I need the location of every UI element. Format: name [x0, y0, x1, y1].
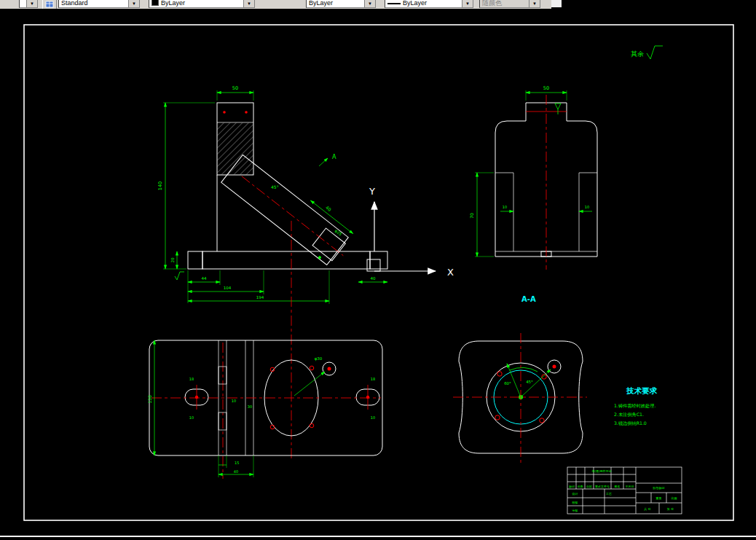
- titleblock-label: 标记: [569, 485, 575, 489]
- model-space-canvas[interactable]: 其余 40 φ25 A 45° 50: [0, 9, 756, 540]
- dim-label: 20: [170, 257, 175, 262]
- titleblock-label: 设计: [572, 492, 578, 496]
- roughness-symbol-icon: [647, 46, 663, 59]
- dim-label: 40: [371, 276, 376, 281]
- chevron-down-icon[interactable]: ▼: [462, 0, 473, 7]
- plan-view: φ30 130 18 10 10 30 18 10 15 40: [147, 340, 382, 477]
- dim-label: 18: [371, 377, 375, 381]
- dim-label: 30: [248, 404, 252, 409]
- paper-frame: [0, 25, 756, 536]
- titleblock-label: 第 张: [667, 507, 674, 511]
- titleblock-label: 借(通)用件登记: [591, 469, 611, 473]
- section-view: 45° 60°: [453, 333, 587, 463]
- drawing-svg[interactable]: 其余 40 φ25 A 45° 50: [0, 9, 756, 540]
- dim-label: 10: [503, 205, 507, 209]
- axis-y-label: Y: [369, 186, 375, 197]
- layer-state-combo[interactable]: ▼: [19, 0, 38, 8]
- titleblock-label: 年月日: [626, 485, 634, 488]
- technical-requirements: 技术要求 1.铸件需经时效处理. 2.未注倒角C1. 3.锐边倒钝R1.0: [614, 386, 658, 426]
- chevron-down-icon[interactable]: ▼: [364, 0, 375, 7]
- color-swatch-icon: [151, 0, 159, 6]
- dim-label: 10: [371, 415, 375, 420]
- dim-label: 10: [585, 205, 589, 209]
- datum-triangle-icon: [555, 103, 561, 109]
- chevron-down-icon[interactable]: ▼: [243, 0, 254, 7]
- dim-label: 194: [256, 295, 264, 300]
- linetype-control-combo[interactable]: ByLayer ▼: [306, 0, 376, 8]
- titleblock-label: 重量: [655, 496, 662, 500]
- dim-label: φ30: [315, 356, 323, 361]
- dim-label: 10: [189, 415, 194, 420]
- dim-label: 50: [543, 85, 549, 91]
- section-cut-label: A: [332, 154, 336, 160]
- surface-note-text: 其余: [631, 50, 644, 58]
- plotstyle-control-combo: 随颜色 ▼: [479, 0, 540, 8]
- color-control-value: ByLayer: [161, 0, 243, 7]
- titleblock-label: 审核: [572, 509, 578, 512]
- side-view: 50 70 10 10 A-A: [469, 85, 597, 303]
- chevron-down-icon[interactable]: ▼: [26, 0, 37, 7]
- titleblock-label: 共 张: [644, 507, 650, 511]
- tech-req-item: 2.未注倒角C1.: [614, 412, 644, 418]
- bolt-hole: [310, 423, 314, 428]
- bolt-hole: [497, 372, 502, 376]
- tech-req-title: 技术要求: [626, 386, 658, 395]
- tech-req-item: 1.铸件需经时效处理.: [614, 403, 655, 409]
- dim-label: 18: [189, 377, 194, 381]
- titleblock-label: 处数: [578, 485, 583, 488]
- ucs-icon: Y X: [367, 186, 454, 278]
- layer-manager-button[interactable]: [42, 0, 57, 9]
- titleblock-label: 工艺: [606, 492, 612, 496]
- dim-label: 44: [202, 276, 207, 281]
- title-block: 借(通)用件登记 标记 处数 分区 更改文件号 签名 年月日 设计 校核 审核 …: [567, 467, 682, 514]
- layers-icon: [45, 0, 54, 9]
- titleblock-label: 分区: [586, 485, 592, 488]
- chevron-down-icon: ▼: [529, 0, 540, 7]
- tech-req-item: 3.锐边倒钝R1.0: [614, 420, 647, 426]
- dim-label: 130: [147, 395, 152, 404]
- dim-label: φ25: [334, 228, 343, 237]
- toolbar-notch: [551, 0, 562, 7]
- dim-label: 70: [469, 213, 474, 219]
- lineweight-sample-icon: [387, 3, 401, 4]
- surface-finish-note: 其余: [631, 46, 663, 59]
- hole-center-mark: [245, 111, 248, 114]
- dim-label: 50: [232, 85, 238, 91]
- bolt-hole: [310, 366, 314, 370]
- dim-label: 45°: [271, 184, 279, 189]
- dim-label: 40: [234, 469, 238, 474]
- dim-label: 40: [325, 205, 332, 212]
- hole-center-mark: [223, 111, 226, 114]
- roughness-symbol-icon: [175, 272, 184, 280]
- text-style-value: Standard: [61, 0, 128, 7]
- bolt-hole: [495, 415, 500, 420]
- centerlines: [223, 221, 291, 479]
- dim-label: 60°: [504, 381, 511, 386]
- chevron-down-icon[interactable]: ▼: [128, 0, 139, 7]
- plotstyle-control-value: 随颜色: [482, 0, 529, 7]
- titleblock-label: 签名: [615, 485, 621, 488]
- bolt-hole: [540, 418, 544, 423]
- top-toolbar: ▼ Standard ▼ ByLayer ▼ ByLayer ▼ ByLayer…: [0, 0, 756, 9]
- dim-label: 10: [232, 399, 236, 403]
- lineweight-control-value: ByLayer: [403, 0, 462, 7]
- snap-mark: [318, 256, 322, 260]
- dim-label: 140: [157, 181, 163, 190]
- dim-label: 15: [235, 461, 239, 465]
- dim-label: 45°: [526, 380, 533, 384]
- titleblock-label: 阶段标记: [653, 486, 665, 490]
- lineweight-control-combo[interactable]: ByLayer ▼: [385, 0, 473, 8]
- dim-label: 104: [224, 286, 232, 290]
- section-view-label: A-A: [521, 295, 536, 303]
- text-style-combo[interactable]: Standard ▼: [58, 0, 140, 8]
- linetype-control-value: ByLayer: [309, 0, 364, 7]
- titleblock-label: 比例: [672, 496, 677, 501]
- front-view: 40 φ25 A 45° 50 140 20 44 104 194: [157, 85, 387, 304]
- color-control-combo[interactable]: ByLayer ▼: [149, 0, 255, 8]
- titleblock-label: 更改文件号: [595, 485, 610, 488]
- axis-x-label: X: [447, 267, 454, 278]
- titleblock-label: 校核: [572, 501, 578, 504]
